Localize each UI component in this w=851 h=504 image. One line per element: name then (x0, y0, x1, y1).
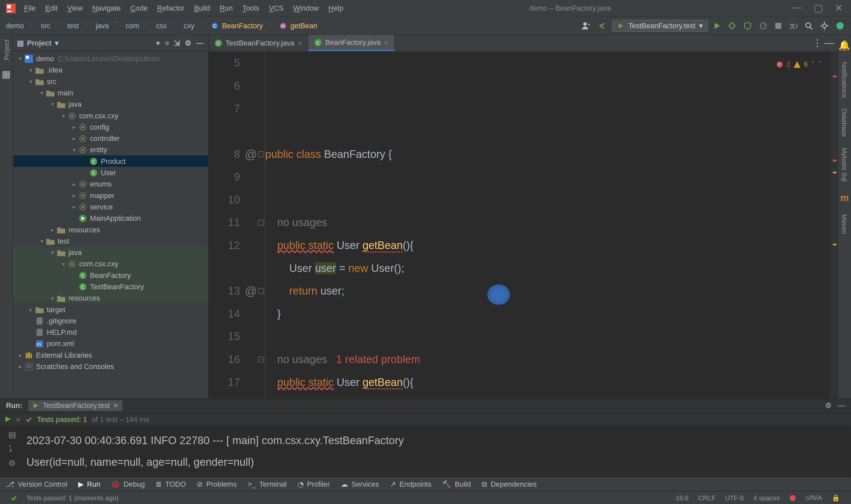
breadcrumb[interactable]: demo〉src〉test〉java〉com〉csx〉cxy〉CBeanFact… (5, 20, 319, 31)
tree-entity[interactable]: ▾entity (13, 144, 209, 155)
tree-beanfactory[interactable]: CBeanFactory (13, 269, 209, 281)
undo-icon[interactable] (596, 20, 608, 32)
tree-config[interactable]: ▸config (13, 121, 209, 133)
caret-position[interactable]: 16:6 (671, 494, 693, 501)
skip-icon[interactable]: » (16, 415, 20, 424)
menu-run[interactable]: Run (215, 2, 238, 15)
tree-test[interactable]: ▾test (13, 235, 209, 247)
breadcrumb-csx[interactable]: csx (155, 21, 168, 30)
tree-com-csx-cxy[interactable]: ▾com.csx.cxy (13, 258, 209, 269)
tree-scratches-and-consoles[interactable]: ▸Scratches and Consoles (13, 361, 209, 372)
menu-build[interactable]: Build (189, 2, 215, 15)
coverage-button[interactable] (742, 20, 754, 32)
menu-code[interactable]: Code (126, 2, 152, 15)
close-icon[interactable]: × (384, 39, 388, 46)
menu-view[interactable]: View (62, 2, 87, 15)
minimize-button[interactable]: — (792, 2, 802, 14)
error-stripe[interactable] (830, 52, 838, 398)
menu-refactor[interactable]: Refactor (152, 2, 189, 15)
expand-icon[interactable]: ≡ (164, 38, 170, 48)
search-button[interactable] (803, 20, 815, 32)
menu-navigate[interactable]: Navigate (87, 2, 125, 15)
tool-database[interactable]: Database (841, 109, 848, 137)
run-tab[interactable]: TestBeanFactory.test × (28, 400, 122, 411)
settings-icon[interactable]: ⚙ (8, 458, 26, 468)
gutter-annotations[interactable]: @@ (245, 52, 257, 398)
rerun-icon[interactable] (5, 416, 11, 422)
more-tabs-icon[interactable]: ⋮ (812, 37, 822, 49)
tree--idea[interactable]: ▾.idea (13, 64, 209, 75)
tree-testbeanfactory[interactable]: CTestBeanFactory (13, 281, 209, 292)
menu-edit[interactable]: Edit (40, 2, 62, 15)
close-button[interactable]: ✕ (835, 2, 843, 14)
bottom-profiler[interactable]: ◔Profiler (297, 480, 330, 488)
bottom-run[interactable]: ▶Run (78, 480, 101, 488)
indent-info[interactable]: 4 spaces (748, 494, 784, 501)
menu-tools[interactable]: Tools (238, 2, 264, 15)
add-user-icon[interactable]: + (580, 19, 593, 32)
tree-resources[interactable]: ▾resources (13, 292, 209, 304)
tree-enums[interactable]: ▸enums (13, 178, 209, 190)
extra-icon[interactable] (834, 20, 846, 32)
tool-project[interactable]: Project (3, 39, 10, 60)
run-console[interactable]: ▤ ⤵ ⚙ 2023-07-30 00:40:36.691 INFO 22780… (0, 426, 851, 477)
menu-help[interactable]: Help (324, 2, 348, 15)
bottom-problems[interactable]: ⊘Problems (197, 480, 237, 488)
tool-maven[interactable]: Maven (841, 214, 848, 234)
fold-gutter[interactable]: ---- (257, 52, 265, 398)
code-editor[interactable]: ! 2 6 ˄ ˅ public class BeanFactory { no … (265, 52, 830, 398)
file-encoding[interactable]: UTF-8 (720, 494, 748, 501)
tree-demo[interactable]: ▾demoC:\Users\Lenovo\Desktop\demo (13, 53, 209, 64)
tree-mapper[interactable]: ▸mapper (13, 190, 209, 201)
profiler-button[interactable] (757, 20, 769, 32)
tree-main[interactable]: ▾main (13, 87, 209, 98)
gear-icon[interactable]: ⚙ (825, 402, 832, 410)
stop-button[interactable] (773, 20, 783, 31)
collapse-icon[interactable]: ⇲ (173, 38, 181, 48)
run-configuration[interactable]: TestBeanFactory.test ▾ (612, 20, 708, 32)
tool-mybatis[interactable]: Mybatis Sql (841, 148, 848, 182)
line-separator[interactable]: CRLF (693, 494, 720, 501)
tree-java[interactable]: ▾java (13, 98, 209, 110)
lock-icon[interactable]: 🔒 (827, 494, 845, 502)
run-button[interactable] (712, 20, 722, 31)
maximize-button[interactable]: ▢ (814, 2, 823, 14)
db-stripe-icon[interactable]: ▦ (2, 69, 11, 80)
hide-editor-icon[interactable]: — (825, 38, 834, 48)
chevron-down-icon[interactable]: ▾ (55, 39, 58, 47)
notifications-icon[interactable]: 🔔 (838, 39, 850, 51)
tree-com-csx-cxy[interactable]: ▾com.csx.cxy (13, 110, 209, 121)
tree--gitignore[interactable]: .gitignore (13, 315, 209, 326)
tree-product[interactable]: CProduct (13, 155, 209, 166)
gear-icon[interactable]: ⚙ (183, 38, 193, 48)
chevron-up-icon[interactable]: ˄ (811, 53, 815, 76)
breadcrumb-getbean[interactable]: getBean (289, 21, 319, 30)
locate-icon[interactable]: ⌖ (155, 38, 162, 48)
menu-file[interactable]: File (19, 2, 40, 15)
tree-resources[interactable]: ▸resources (13, 224, 209, 235)
inspections-summary[interactable]: ! 2 6 ˄ ˅ (776, 53, 822, 76)
bottom-debug[interactable]: 🐞Debug (111, 480, 145, 488)
tree-target[interactable]: ▸target (13, 304, 209, 315)
tree-pom-xml[interactable]: mpom.xml (13, 338, 209, 349)
tool-notifications[interactable]: Notifications (841, 62, 848, 98)
bottom-endpoints[interactable]: ↗Endpoints (390, 480, 432, 488)
tree-user[interactable]: CUser (13, 167, 209, 178)
git-branch[interactable]: ⦶/N/A (800, 494, 827, 502)
tree-controller[interactable]: ▸controller (13, 133, 209, 144)
project-tree[interactable]: ▾demoC:\Users\Lenovo\Desktop\demo▾.idea▾… (13, 52, 209, 398)
menu-window[interactable]: Window (289, 2, 324, 15)
chevron-down-icon[interactable]: ˅ (818, 53, 822, 76)
bottom-todo[interactable]: ≣TODO (156, 480, 186, 488)
breadcrumb-java[interactable]: java (94, 21, 110, 30)
menu-vcs[interactable]: VCS (264, 2, 288, 15)
bottom-version-control[interactable]: ⎇Version Control (6, 480, 67, 488)
tree-external-libraries[interactable]: ▸External Libraries (13, 349, 209, 361)
tree-src[interactable]: ▾src (13, 75, 209, 87)
tree-mainapplication[interactable]: MainApplication (13, 213, 209, 224)
bottom-dependencies[interactable]: ⧉Dependencies (482, 480, 537, 488)
hide-icon[interactable]: — (195, 38, 205, 48)
hide-icon[interactable]: — (838, 402, 845, 410)
close-icon[interactable]: × (113, 402, 118, 410)
tree-java[interactable]: ▾java (13, 247, 209, 258)
